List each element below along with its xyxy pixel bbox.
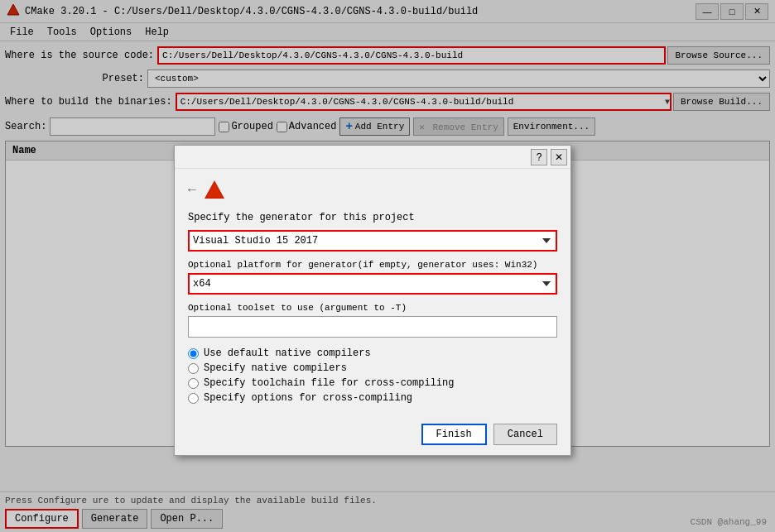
radio-default-compilers: Use default native compilers	[188, 347, 557, 359]
svg-marker-3	[207, 183, 222, 197]
modal-overlay: ? ✕ ← Specify the generator for this pro…	[0, 0, 775, 532]
compiler-radio-group: Use default native compilers Specify nat…	[188, 347, 557, 404]
radio-default-compilers-label: Use default native compilers	[204, 347, 371, 359]
radio-toolchain-file: Specify toolchain file for cross-compili…	[188, 377, 557, 389]
platform-label: Optional platform for generator(if empty…	[188, 260, 557, 270]
radio-cross-compiling-options-label: Specify options for cross-compiling	[204, 392, 412, 404]
generator-section-title: Specify the generator for this project	[188, 212, 557, 223]
radio-specify-compilers: Specify native compilers	[188, 362, 557, 374]
generator-dropdown[interactable]: Visual Studio 15 2017 Visual Studio 16 2…	[188, 230, 557, 252]
radio-cross-compiling-options-input[interactable]	[188, 393, 199, 404]
radio-default-compilers-input[interactable]	[188, 348, 199, 359]
finish-button[interactable]: Finish	[421, 424, 487, 445]
cmake-dialog-logo	[203, 179, 226, 202]
radio-toolchain-file-label: Specify toolchain file for cross-compili…	[204, 377, 454, 389]
radio-cross-compiling-options: Specify options for cross-compiling	[188, 392, 557, 404]
platform-dropdown[interactable]: x64 x86 Win32 ARM	[188, 273, 557, 295]
dialog-body: ← Specify the generator for this project…	[175, 169, 570, 417]
cancel-button[interactable]: Cancel	[493, 424, 557, 445]
radio-specify-compilers-label: Specify native compilers	[204, 362, 347, 374]
dialog-controls: ? ✕	[531, 149, 567, 165]
dialog-title-bar: ? ✕	[175, 146, 570, 169]
dialog-help-button[interactable]: ?	[531, 149, 547, 165]
back-button[interactable]: ←	[188, 183, 196, 198]
dialog-close-button[interactable]: ✕	[551, 149, 567, 165]
toolset-input[interactable]	[188, 316, 557, 338]
radio-toolchain-file-input[interactable]	[188, 378, 199, 389]
dialog-footer: Finish Cancel	[175, 417, 570, 455]
generator-dialog: ? ✕ ← Specify the generator for this pro…	[174, 145, 571, 456]
dialog-nav: ←	[188, 179, 557, 202]
toolset-label: Optional toolset to use (argument to -T)	[188, 303, 557, 313]
radio-specify-compilers-input[interactable]	[188, 363, 199, 374]
